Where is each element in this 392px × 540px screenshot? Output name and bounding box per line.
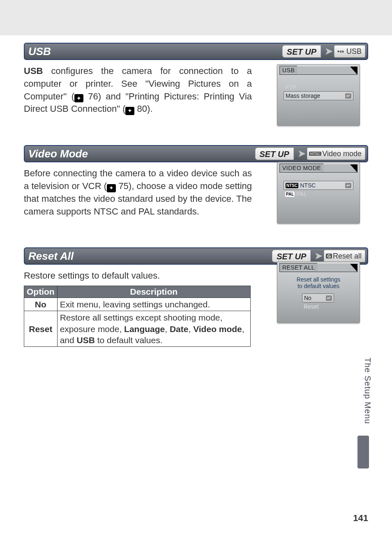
side-tab-label: The Setup Menu [363,358,372,424]
lcd-preview-reset: RESET ALL Reset all settings to default … [277,261,360,323]
arrow-icon: ➤ [315,251,322,261]
lcd-title: RESET ALL [279,263,317,272]
section-header-video: Video Mode SET UP ➤ NTSC Video mode [24,145,368,162]
bold-text: USB [24,66,43,76]
lcd-title: VIDEO MODE [279,164,323,173]
page-ref-icon: ✦ [125,107,134,115]
nav-item-label: Reset all [333,252,362,261]
bold-text: Language [124,324,165,334]
lcd-option-pal: PAL PAL [284,190,353,198]
nav-item-label: Video mode [322,150,362,158]
page-number: 141 [353,513,368,524]
lcd-option-ntsc: NTSC NTSC ↵ [284,181,353,190]
lcd-option-mass-storage: Mass storage ↵ [284,91,353,100]
lcd-option-label: Mass storage [286,92,320,99]
nav-item-video: NTSC Video mode [307,148,365,160]
section-title-reset: Reset All [27,250,272,263]
lcd-option-label: PTP [285,84,296,90]
breadcrumb-usb: SET UP ➤ •⇔ USB [282,45,365,58]
bold-text: Date [170,324,189,334]
arrow-icon: ➤ [298,148,305,159]
page-ref: 75 [118,181,128,191]
lcd-option-ptp: PTP [284,83,353,91]
nav-item-reset: G Reset all [324,250,365,262]
table-row: Reset Restore all settings except shooti… [24,311,251,347]
lcd-preview-usb: USB PTP Mass storage ↵ [277,64,360,126]
section-body-video: Before connecting the camera to a video … [24,167,252,218]
page-ref-icon: ✦ [74,94,83,102]
options-table: Option Description No Exit menu, leaving… [24,286,251,347]
text: to default values. [95,335,163,345]
lcd-message-line1: Reset all settings [279,276,357,283]
lcd-option-no: No ↵ [302,293,334,302]
reset-icon: G [326,254,332,258]
nav-setup-label: SET UP [255,148,294,160]
bold-text: USB [77,335,95,345]
lcd-option-label: NTSC [300,182,316,189]
lcd-option-reset: Reset [302,302,335,311]
lcd-preview-video: VIDEO MODE NTSC NTSC ↵ PAL PAL [277,162,360,224]
section-header-usb: USB SET UP ➤ •⇔ USB [24,43,368,60]
table-row: No Exit menu, leaving settings unchanged… [24,298,251,311]
table-cell-option: Reset [24,311,58,347]
side-tab-block [357,436,369,468]
page-ref: 76 [88,91,98,102]
bold-text: Video mode [193,324,242,334]
lcd-title: USB [279,66,297,75]
pal-badge-icon: PAL [285,192,295,197]
page-ref: 80 [137,104,147,114]
breadcrumb-video: SET UP ➤ NTSC Video mode [255,148,366,160]
table-cell-option: No [24,298,58,311]
ntsc-badge-icon: NTSC [286,183,298,188]
table-cell-description: Exit menu, leaving settings unchanged. [57,298,250,311]
section-title-usb: USB [27,45,282,58]
table-cell-description: Restore all settings except shooting mod… [57,311,250,347]
page-top-band [0,0,392,35]
section-title-video: Video Mode [27,148,255,160]
nav-item-label: USB [346,47,362,56]
nav-setup-label: SET UP [272,250,311,262]
section-body-usb: USB configures the camera for connection… [24,65,252,115]
table-header-description: Description [57,286,250,298]
lcd-option-label: No [304,295,311,301]
ok-icon: ↵ [345,183,351,188]
ntsc-icon: NTSC [309,152,322,156]
ok-icon: ↵ [345,93,351,99]
lcd-message-line2: to default values [279,283,357,289]
breadcrumb-reset: SET UP ➤ G Reset all [272,250,365,262]
text: , [188,324,193,334]
arrow-icon: ➤ [325,46,332,57]
text: ). [147,104,152,114]
text: , [165,324,170,334]
ok-icon: ↵ [326,295,332,301]
usb-icon: •⇔ [336,48,346,55]
table-header-option: Option [24,286,58,298]
lcd-option-label: Reset [304,303,319,310]
lcd-option-label: PAL [296,191,307,197]
page-ref-icon: ✦ [107,184,116,192]
nav-item-usb: •⇔ USB [334,45,365,58]
section-body-reset: Restore settings to default values. [24,270,252,282]
nav-setup-label: SET UP [282,45,321,58]
